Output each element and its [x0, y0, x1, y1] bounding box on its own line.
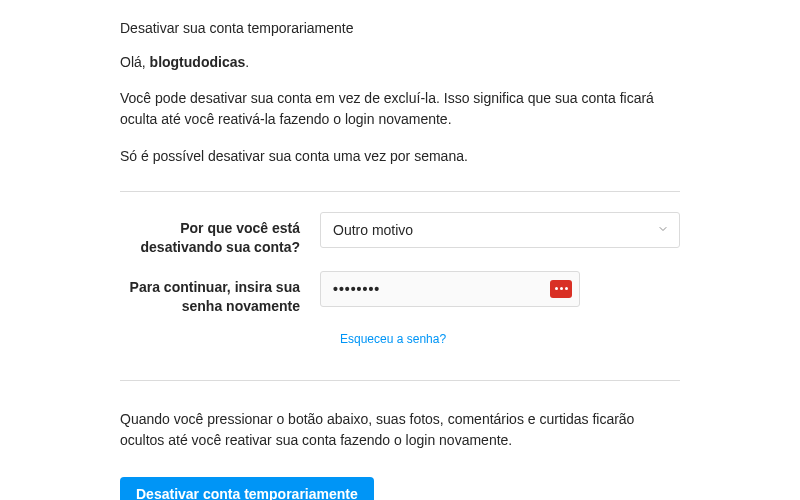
password-label: Para continuar, insira sua senha novamen… [120, 271, 320, 316]
description-2: Só é possível desativar sua conta uma ve… [120, 146, 680, 167]
password-row: Para continuar, insira sua senha novamen… [120, 271, 680, 316]
reason-selected-value: Outro motivo [333, 222, 413, 238]
deactivate-button[interactable]: Desativar conta temporariamente [120, 477, 374, 500]
greeting-prefix: Olá, [120, 54, 150, 70]
password-input[interactable] [320, 271, 580, 307]
reason-row: Por que você está desativando sua conta?… [120, 212, 680, 257]
reason-select[interactable]: Outro motivo [320, 212, 680, 248]
password-manager-icon[interactable] [550, 280, 572, 298]
greeting-suffix: . [245, 54, 249, 70]
chevron-down-icon [657, 222, 669, 238]
greeting-line: Olá, blogtudodicas. [120, 54, 680, 70]
forgot-password-link[interactable]: Esqueceu a senha? [340, 332, 446, 346]
reason-label: Por que você está desativando sua conta? [120, 212, 320, 257]
footnote-text: Quando você pressionar o botão abaixo, s… [120, 409, 680, 451]
divider-bottom [120, 380, 680, 381]
page-title: Desativar sua conta temporariamente [120, 20, 680, 36]
description-1: Você pode desativar sua conta em vez de … [120, 88, 680, 130]
deactivate-account-panel: Desativar sua conta temporariamente Olá,… [120, 20, 680, 500]
divider-top [120, 191, 680, 192]
greeting-username: blogtudodicas [150, 54, 246, 70]
